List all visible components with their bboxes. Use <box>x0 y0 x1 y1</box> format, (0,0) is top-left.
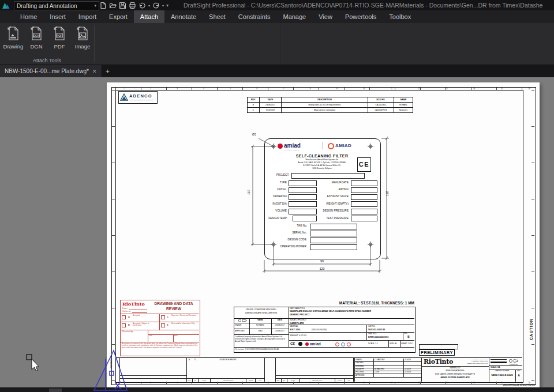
undo-dropdown-icon[interactable]: ▾ <box>148 3 150 7</box>
approved-date: 23/08/2017 <box>271 330 289 332</box>
field-label: DESIGN PRESSURE: <box>317 210 349 213</box>
sheet-of-value: SHEET 1 OF 1 <box>401 343 413 345</box>
tab-powertools[interactable]: Powertools <box>339 10 383 23</box>
status-bar <box>0 387 554 392</box>
field-box <box>289 201 317 207</box>
line <box>289 325 414 325</box>
stamp-contract-label: Contract № <box>122 311 130 312</box>
customize-qat-icon[interactable]: ▾ <box>166 3 169 8</box>
drawn-name: NOFARZ <box>249 325 271 326</box>
part-label: PART NAME/TITLE: <box>290 308 305 310</box>
project-line-4: AMIAD FILTERS NAMEPLATE <box>422 377 488 379</box>
tab-view[interactable]: View <box>312 10 339 23</box>
field-label: MANUF.DATE: <box>317 182 349 184</box>
tab-manage[interactable]: Manage <box>276 10 312 23</box>
line <box>234 347 414 348</box>
field-box <box>289 194 317 200</box>
amiad2-logo: AMIAD <box>328 142 351 149</box>
material-code: (900103-000039) <box>312 329 327 331</box>
field-box <box>289 209 317 214</box>
project-line-1: NAMMULDI <box>422 367 488 369</box>
rev-table-2-header: REVBYDATEDESCRIPTIONDSGNAPP <box>275 378 353 382</box>
tab-sheet[interactable]: Sheet <box>203 10 232 23</box>
amiad2-wordmark: AMIAD <box>335 144 351 148</box>
field-label: WEIGHT (EMPTY): <box>317 203 349 206</box>
attach-dgn-button[interactable]: DGN DGN <box>25 25 47 58</box>
field-box <box>351 209 377 214</box>
amiad-wordmark: amiad <box>284 143 301 149</box>
dim-120-label: 120 <box>315 267 329 270</box>
tab-annotate[interactable]: Annotate <box>164 10 203 23</box>
drawing-canvas[interactable]: 12345678910111213141516 1234567891011121… <box>0 77 554 392</box>
print-icon[interactable] <box>129 2 136 9</box>
attach-pdf-button[interactable]: PDF PDF <box>48 25 70 58</box>
references-label: REFERENCES <box>111 358 113 368</box>
chevron-down-icon: ▾ <box>94 3 96 8</box>
stamp-title-1: DRAWING AND DATA <box>151 302 197 306</box>
stamp-checkbox-c <box>161 315 165 319</box>
tab-insert[interactable]: Insert <box>43 10 72 23</box>
field-box-project <box>291 173 365 179</box>
desc-cell: ISSUED FOR REVIEW <box>210 358 246 361</box>
subject-value: NAMEPLATE <box>290 322 304 325</box>
tab-export[interactable]: Export <box>103 10 134 23</box>
redo-icon[interactable] <box>152 2 160 9</box>
tab-toolbox[interactable]: Toolbox <box>383 10 417 23</box>
cat-value: 900103-000192 <box>368 329 385 331</box>
stamp-checkbox-e <box>161 323 165 327</box>
ribbon-group-label: Attach Tools <box>0 58 94 63</box>
field-box <box>310 224 357 230</box>
approval-row: APPROVED <box>355 374 421 378</box>
dsgn-cell <box>246 358 255 361</box>
stamp-reviewed-label: Reviewed by: <box>122 331 133 333</box>
close-icon[interactable]: ✕ <box>92 69 97 74</box>
dgn-file-icon: DGN <box>29 25 43 42</box>
subject-label: SUBJECT/PROJECT: <box>290 319 306 321</box>
drawn-date: 23/08/2017 <box>271 325 289 326</box>
stamp-key-e: E <box>167 324 169 326</box>
mfr-line-4: 1030 Brussels, Belgium <box>273 168 371 169</box>
preliminary-stamp: PRELIMINARY <box>419 349 455 356</box>
third-angle-projection-icon <box>508 359 519 363</box>
workspace-dropdown[interactable]: Drafting and Annotation ▾ <box>14 1 99 10</box>
project-line-3: SGE CAVES CREEK REINJECTION MAR FS <box>422 374 488 375</box>
document-tab-bar: NBW-1500-E-00...me Plate.dwg* ✕ + <box>0 65 554 77</box>
attach-image-button[interactable]: Image <box>72 25 93 58</box>
save-icon[interactable] <box>119 2 126 9</box>
field-label: DESIGN CODE: <box>254 239 307 242</box>
undo-icon[interactable] <box>138 2 146 9</box>
part-line-1: NAMEPLATE ENGLISH S/ST316 AMIAD SELF-CLE… <box>290 311 371 313</box>
redo-dropdown-icon[interactable]: ▾ <box>162 3 164 7</box>
stamp-key-c: C <box>167 316 169 318</box>
window-title: DraftSight Professional - C:\Users\CSant… <box>184 0 554 10</box>
stamp-project-label: Project <box>122 308 128 310</box>
workspace-label: Drafting and Annotation <box>17 3 77 9</box>
material-value: S/ST 316L <box>290 329 301 331</box>
line <box>353 357 354 382</box>
tab-constraints[interactable]: Constraints <box>232 10 277 23</box>
tab-import[interactable]: Import <box>72 10 103 23</box>
document-tab[interactable]: NBW-1500-E-00...me Plate.dwg* ✕ <box>0 65 102 77</box>
status-bar-tab[interactable] <box>49 389 62 392</box>
cat-label: CAT. NO.: <box>368 326 376 327</box>
field-label: IN/OUT DIA: <box>245 203 287 206</box>
size-value: SIZE: A4 <box>390 343 397 345</box>
new-file-icon[interactable] <box>99 2 107 9</box>
tb-ring-red-icon <box>335 342 339 346</box>
date-cell <box>198 358 210 361</box>
ce-mark: CE <box>357 157 371 172</box>
open-file-icon[interactable] <box>109 2 117 9</box>
ribbon-tab-bar: Home Insert Import Export Attach Annotat… <box>0 10 554 23</box>
attach-drawing-button[interactable]: Drawing <box>2 25 24 58</box>
tab-home[interactable]: Home <box>14 10 43 23</box>
line <box>289 307 289 347</box>
tab-attach[interactable]: Attach <box>134 10 164 23</box>
new-tab-button[interactable]: + <box>102 65 114 77</box>
field-label: SERIAL No.: <box>254 232 307 235</box>
field-box <box>289 180 317 186</box>
field-label: OPERATING POWER: <box>254 246 307 248</box>
part-line-2: GENERIC PROJECT <box>290 314 309 316</box>
stamp-key-a: A <box>128 316 130 318</box>
drawing-file-icon <box>6 25 20 42</box>
field-label: ORDER No: <box>245 195 287 198</box>
